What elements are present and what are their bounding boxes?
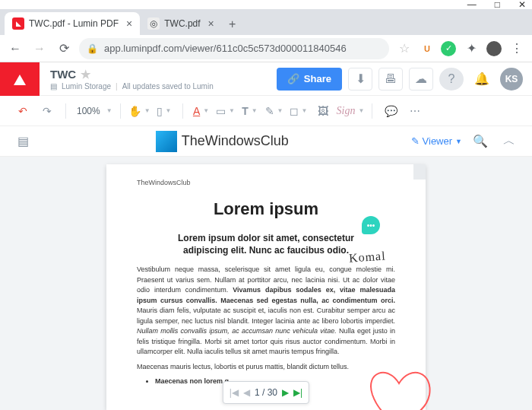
page-counter: 1 / 30: [255, 387, 277, 398]
last-page-button[interactable]: ▶|: [293, 387, 302, 398]
browser-tab[interactable]: ◎ TWC.pdf ×: [140, 12, 222, 35]
ext-u-icon[interactable]: U: [420, 41, 435, 56]
tab-strip: ◣ TWC.pdf - Lumin PDF × ◎ TWC.pdf × +: [0, 9, 532, 35]
comment-tool[interactable]: 💬: [380, 100, 401, 122]
shape-tool[interactable]: ◻▼: [288, 100, 309, 122]
drawing-annotation[interactable]: [357, 349, 448, 410]
lumin-header: TWC ★ ▤ Lumin Storage | All updates save…: [0, 62, 532, 96]
pdf-page: TheWindowsClub Lorem ipsum ••• Lorem ips…: [106, 164, 426, 410]
url-text: app.luminpdf.com/viewer/611c0c5c573d0000…: [104, 43, 347, 54]
page-navigator: |◀ ◀ 1 / 30 ▶ ▶|: [223, 381, 309, 404]
storage-icon: ▤: [50, 82, 57, 91]
page-header: TheWindowsClub: [137, 178, 395, 189]
collapse-icon[interactable]: ︿: [499, 131, 520, 152]
new-tab-button[interactable]: +: [222, 14, 243, 35]
download-button[interactable]: ⬇: [348, 68, 372, 91]
brand-title: TheWindowsClub: [156, 131, 289, 152]
highlight-tool[interactable]: ▭▼: [215, 100, 236, 122]
chevron-down-icon: ▼: [455, 138, 462, 145]
undo-button[interactable]: ↶: [12, 100, 33, 122]
separator: |: [116, 82, 118, 91]
first-page-button[interactable]: |◀: [230, 387, 239, 398]
lock-icon: 🔒: [87, 43, 98, 54]
comment-bubble-icon[interactable]: •••: [362, 216, 380, 234]
paragraph: Maecenas mauris lectus, lobortis et puru…: [137, 362, 395, 373]
paragraph: Vestibulum neque massa, scelerisque sit …: [137, 265, 395, 358]
bookmark-star-icon[interactable]: ☆: [395, 40, 413, 58]
browser-tab-active[interactable]: ◣ TWC.pdf - Lumin PDF ×: [5, 12, 140, 35]
maximize-button[interactable]: □: [495, 0, 500, 10]
twc-logo-icon: [156, 131, 177, 152]
browser-menu-icon[interactable]: ⋮: [508, 40, 526, 58]
user-avatar[interactable]: KS: [500, 68, 523, 91]
search-icon[interactable]: 🔍: [470, 131, 491, 152]
tab-title: TWC.pdf: [164, 18, 200, 29]
close-window-button[interactable]: ✕: [518, 0, 526, 10]
draw-tool[interactable]: ✎▼: [264, 100, 285, 122]
page-subtitle: Lorem ipsum dolor sit amet, consectetur …: [155, 232, 377, 258]
chrome-favicon: ◎: [147, 17, 160, 30]
hand-tool[interactable]: ✋▼: [128, 100, 150, 122]
prev-page-button[interactable]: ◀: [243, 387, 250, 398]
page-title: Lorem ipsum: [137, 196, 395, 221]
sub-toolbar: ▤ TheWindowsClub ✎ Viewer ▼ 🔍 ︿: [0, 126, 532, 157]
print-button[interactable]: 🖶: [378, 68, 403, 91]
viewer-mode-button[interactable]: ✎ Viewer ▼: [411, 135, 462, 147]
text-tool[interactable]: T▼: [239, 100, 261, 122]
storage-label: Lumin Storage: [62, 82, 111, 91]
page-tool[interactable]: ▯▼: [154, 100, 175, 122]
document-viewport[interactable]: TheWindowsClub Lorem ipsum ••• Lorem ips…: [0, 157, 532, 410]
minimize-button[interactable]: —: [467, 0, 477, 10]
save-status: All updates saved to Lumin: [122, 82, 214, 91]
bookmark-corner: [413, 164, 426, 180]
favorite-star-icon[interactable]: ★: [81, 68, 90, 81]
notifications-button[interactable]: 🔔: [470, 68, 494, 91]
address-bar[interactable]: 🔒 app.luminpdf.com/viewer/611c0c5c573d00…: [79, 38, 389, 59]
ext-green-icon[interactable]: ✓: [441, 41, 456, 56]
brand-text: TheWindowsClub: [182, 133, 289, 149]
help-button[interactable]: ?: [439, 68, 464, 91]
redo-button[interactable]: ↷: [36, 100, 58, 122]
font-color-tool[interactable]: A▼: [191, 100, 212, 122]
separator: [65, 103, 66, 119]
pencil-icon: ✎: [411, 135, 420, 147]
next-page-button[interactable]: ▶: [282, 387, 289, 398]
share-button[interactable]: 🔗 Share: [277, 68, 342, 91]
browser-toolbar: ← → ⟳ 🔒 app.luminpdf.com/viewer/611c0c5c…: [0, 35, 532, 62]
forward-button[interactable]: →: [30, 40, 49, 58]
extensions-icon[interactable]: ✦: [462, 40, 480, 58]
handwriting-annotation[interactable]: Komal: [349, 246, 387, 267]
close-tab-icon[interactable]: ×: [126, 17, 132, 30]
separator: [120, 103, 121, 119]
editor-toolbar: ↶ ↷ 100%▼ ✋▼ ▯▼ A▼ ▭▼ T▼ ✎▼ ◻▼ 🖼 Sign▼ 💬…: [0, 96, 532, 126]
signature-tool[interactable]: Sign▼: [337, 100, 365, 122]
close-tab-icon[interactable]: ×: [208, 17, 214, 30]
back-button[interactable]: ←: [6, 40, 24, 58]
lumin-favicon: ◣: [12, 17, 24, 30]
separator: [182, 103, 183, 119]
more-tools[interactable]: ⋯: [404, 100, 426, 122]
document-title: TWC: [50, 68, 76, 81]
image-tool[interactable]: 🖼: [312, 100, 334, 122]
profile-avatar[interactable]: [486, 41, 502, 56]
cloud-button[interactable]: ☁: [409, 68, 433, 91]
link-icon: 🔗: [287, 73, 299, 84]
thumbnails-icon[interactable]: ▤: [12, 131, 33, 152]
tab-title: TWC.pdf - Lumin PDF: [29, 18, 119, 29]
zoom-level[interactable]: 100%▼: [74, 100, 112, 122]
viewer-label: Viewer: [423, 135, 453, 147]
share-label: Share: [304, 73, 331, 84]
separator: [372, 103, 372, 119]
lumin-logo[interactable]: [0, 62, 40, 96]
reload-button[interactable]: ⟳: [55, 40, 73, 58]
